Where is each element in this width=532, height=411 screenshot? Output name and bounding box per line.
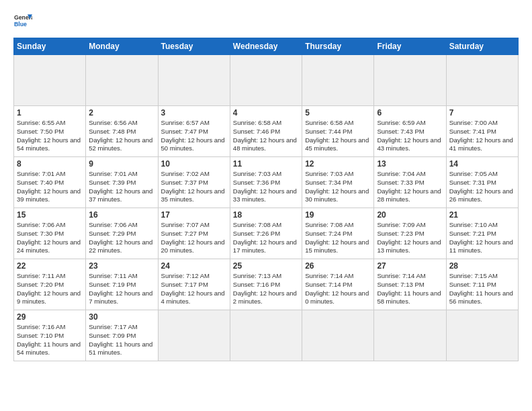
day-cell: 28Sunrise: 7:15 AMSunset: 7:11 PMDayligh…	[446, 259, 518, 310]
day-info: Sunrise: 7:09 AMSunset: 7:23 PMDaylight:…	[377, 221, 441, 254]
day-cell: 7Sunrise: 7:00 AMSunset: 7:41 PMDaylight…	[446, 106, 518, 157]
day-info: Sunrise: 7:05 AMSunset: 7:31 PMDaylight:…	[449, 170, 513, 203]
day-info: Sunrise: 7:01 AMSunset: 7:40 PMDaylight:…	[17, 170, 81, 203]
day-info: Sunrise: 6:58 AMSunset: 7:46 PMDaylight:…	[233, 119, 297, 152]
week-row-0	[14, 55, 519, 106]
day-number: 11	[233, 159, 299, 169]
day-number: 12	[305, 159, 371, 169]
day-cell: 2Sunrise: 6:56 AMSunset: 7:48 PMDaylight…	[86, 106, 158, 157]
day-number: 1	[17, 108, 83, 118]
day-cell: 26Sunrise: 7:14 AMSunset: 7:14 PMDayligh…	[302, 259, 374, 310]
day-cell: 12Sunrise: 7:03 AMSunset: 7:34 PMDayligh…	[302, 157, 374, 208]
day-cell: 20Sunrise: 7:09 AMSunset: 7:23 PMDayligh…	[374, 208, 446, 259]
day-number: 14	[449, 159, 515, 169]
day-number: 22	[17, 261, 83, 271]
header: General Blue	[13, 12, 519, 31]
week-row-5: 29Sunrise: 7:16 AMSunset: 7:10 PMDayligh…	[14, 310, 519, 361]
day-cell: 23Sunrise: 7:11 AMSunset: 7:19 PMDayligh…	[86, 259, 158, 310]
day-cell: 27Sunrise: 7:14 AMSunset: 7:13 PMDayligh…	[374, 259, 446, 310]
day-info: Sunrise: 7:02 AMSunset: 7:37 PMDaylight:…	[161, 170, 225, 203]
day-number: 7	[449, 108, 515, 118]
day-info: Sunrise: 6:56 AMSunset: 7:48 PMDaylight:…	[89, 119, 152, 152]
day-number: 4	[233, 108, 299, 118]
day-number: 2	[89, 108, 154, 118]
day-number: 9	[89, 159, 154, 169]
day-cell: 4Sunrise: 6:58 AMSunset: 7:46 PMDaylight…	[230, 106, 302, 157]
day-cell: 19Sunrise: 7:08 AMSunset: 7:24 PMDayligh…	[302, 208, 374, 259]
day-number: 16	[89, 210, 154, 220]
day-info: Sunrise: 7:15 AMSunset: 7:11 PMDaylight:…	[449, 272, 513, 305]
day-cell	[374, 310, 446, 361]
day-cell: 22Sunrise: 7:11 AMSunset: 7:20 PMDayligh…	[14, 259, 86, 310]
day-number: 5	[305, 108, 371, 118]
day-cell: 18Sunrise: 7:08 AMSunset: 7:26 PMDayligh…	[230, 208, 302, 259]
weekday-header-monday: Monday	[86, 38, 158, 55]
day-number: 13	[377, 159, 443, 169]
day-info: Sunrise: 7:14 AMSunset: 7:14 PMDaylight:…	[305, 272, 369, 305]
day-info: Sunrise: 7:08 AMSunset: 7:26 PMDaylight:…	[233, 221, 297, 254]
day-number: 30	[89, 312, 154, 322]
day-cell	[446, 55, 518, 106]
day-cell: 21Sunrise: 7:10 AMSunset: 7:21 PMDayligh…	[446, 208, 518, 259]
day-number: 25	[233, 261, 299, 271]
day-number: 10	[161, 159, 227, 169]
day-number: 21	[449, 210, 515, 220]
weekday-header-saturday: Saturday	[446, 38, 518, 55]
day-info: Sunrise: 7:03 AMSunset: 7:34 PMDaylight:…	[305, 170, 369, 203]
day-cell	[446, 310, 518, 361]
day-cell	[230, 55, 302, 106]
day-number: 24	[161, 261, 227, 271]
day-cell: 9Sunrise: 7:01 AMSunset: 7:39 PMDaylight…	[86, 157, 158, 208]
day-number: 18	[233, 210, 299, 220]
day-info: Sunrise: 7:04 AMSunset: 7:33 PMDaylight:…	[377, 170, 441, 203]
week-row-3: 15Sunrise: 7:06 AMSunset: 7:30 PMDayligh…	[14, 208, 519, 259]
weekday-header-tuesday: Tuesday	[158, 38, 230, 55]
day-info: Sunrise: 7:17 AMSunset: 7:09 PMDaylight:…	[89, 323, 152, 356]
day-cell: 30Sunrise: 7:17 AMSunset: 7:09 PMDayligh…	[86, 310, 158, 361]
week-row-2: 8Sunrise: 7:01 AMSunset: 7:40 PMDaylight…	[14, 157, 519, 208]
day-number: 15	[17, 210, 83, 220]
logo-icon: General Blue	[13, 12, 32, 31]
day-cell	[158, 55, 230, 106]
day-cell: 11Sunrise: 7:03 AMSunset: 7:36 PMDayligh…	[230, 157, 302, 208]
day-info: Sunrise: 7:11 AMSunset: 7:20 PMDaylight:…	[17, 272, 81, 305]
day-cell: 14Sunrise: 7:05 AMSunset: 7:31 PMDayligh…	[446, 157, 518, 208]
day-cell	[374, 55, 446, 106]
day-info: Sunrise: 7:10 AMSunset: 7:21 PMDaylight:…	[449, 221, 513, 254]
day-cell	[302, 310, 374, 361]
day-cell: 3Sunrise: 6:57 AMSunset: 7:47 PMDaylight…	[158, 106, 230, 157]
logo: General Blue	[13, 12, 35, 31]
day-number: 6	[377, 108, 443, 118]
svg-text:Blue: Blue	[14, 21, 27, 28]
day-info: Sunrise: 7:13 AMSunset: 7:16 PMDaylight:…	[233, 272, 297, 305]
day-cell	[158, 310, 230, 361]
week-row-4: 22Sunrise: 7:11 AMSunset: 7:20 PMDayligh…	[14, 259, 519, 310]
day-cell	[302, 55, 374, 106]
day-number: 8	[17, 159, 83, 169]
day-number: 23	[89, 261, 154, 271]
day-cell: 15Sunrise: 7:06 AMSunset: 7:30 PMDayligh…	[14, 208, 86, 259]
day-number: 27	[377, 261, 443, 271]
day-cell: 10Sunrise: 7:02 AMSunset: 7:37 PMDayligh…	[158, 157, 230, 208]
day-info: Sunrise: 6:59 AMSunset: 7:43 PMDaylight:…	[377, 119, 441, 152]
day-cell: 29Sunrise: 7:16 AMSunset: 7:10 PMDayligh…	[14, 310, 86, 361]
day-info: Sunrise: 7:06 AMSunset: 7:29 PMDaylight:…	[89, 221, 152, 254]
day-info: Sunrise: 6:57 AMSunset: 7:47 PMDaylight:…	[161, 119, 225, 152]
day-info: Sunrise: 7:06 AMSunset: 7:30 PMDaylight:…	[17, 221, 81, 254]
day-number: 19	[305, 210, 371, 220]
day-number: 29	[17, 312, 83, 322]
day-info: Sunrise: 7:12 AMSunset: 7:17 PMDaylight:…	[161, 272, 225, 305]
day-cell: 6Sunrise: 6:59 AMSunset: 7:43 PMDaylight…	[374, 106, 446, 157]
day-info: Sunrise: 6:58 AMSunset: 7:44 PMDaylight:…	[305, 119, 369, 152]
page: General Blue SundayMondayTuesdayWednesda…	[0, 0, 532, 368]
weekday-header-wednesday: Wednesday	[230, 38, 302, 55]
day-cell: 8Sunrise: 7:01 AMSunset: 7:40 PMDaylight…	[14, 157, 86, 208]
day-info: Sunrise: 7:00 AMSunset: 7:41 PMDaylight:…	[449, 119, 513, 152]
weekday-header-sunday: Sunday	[14, 38, 86, 55]
day-cell	[230, 310, 302, 361]
day-cell: 25Sunrise: 7:13 AMSunset: 7:16 PMDayligh…	[230, 259, 302, 310]
day-number: 28	[449, 261, 515, 271]
weekday-header-row: SundayMondayTuesdayWednesdayThursdayFrid…	[14, 38, 519, 55]
day-cell	[14, 55, 86, 106]
day-info: Sunrise: 7:14 AMSunset: 7:13 PMDaylight:…	[377, 272, 441, 305]
